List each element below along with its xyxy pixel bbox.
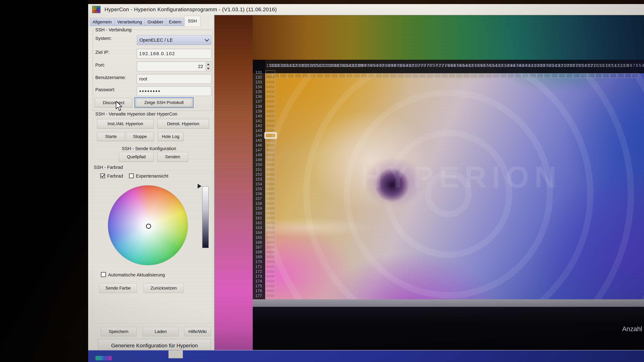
- led-row: 137: [253, 99, 275, 104]
- tab-ssh[interactable]: SSH: [184, 16, 200, 26]
- zeige-ssh-protokoll-button[interactable]: Zeige SSH Protokoll: [134, 97, 194, 108]
- expertenansicht-checkbox[interactable]: [129, 174, 134, 178]
- tab-extern[interactable]: Extern: [166, 18, 184, 26]
- led-number-label: 69: [448, 63, 451, 68]
- led-cell: [610, 73, 617, 78]
- check-icon: [101, 174, 104, 177]
- color-wheel-selector[interactable]: [146, 224, 151, 229]
- senden-button[interactable]: Senden: [157, 152, 188, 162]
- window-title: HyperCon - Hyperion Konfigurationsprogra…: [104, 6, 277, 12]
- led-number-label: 34: [552, 63, 555, 68]
- automatische-aktualisierung-checkbox[interactable]: [101, 272, 106, 277]
- speichern-button[interactable]: Speichern: [100, 327, 136, 336]
- led-number-label: 99: [358, 63, 362, 68]
- led-number-label: 52: [498, 63, 502, 68]
- led-cell: [266, 143, 275, 147]
- led-number-label: 124: [284, 63, 287, 68]
- preview-footer: Anzahl: [253, 307, 644, 350]
- sende-konfiguration-title: SSH - Sende Konfiguration: [112, 146, 186, 151]
- led-cell: [266, 153, 275, 157]
- led-cell: [338, 73, 346, 78]
- hypercon-taskbar-icon[interactable]: [96, 356, 112, 360]
- led-number-label: 97: [364, 63, 368, 68]
- sende-farbe-button[interactable]: Sende Farbe: [99, 283, 137, 293]
- benutzername-label: Benutzername:: [95, 75, 126, 80]
- starte-button[interactable]: Starte: [97, 132, 125, 141]
- tab-grabber[interactable]: Grabber: [145, 18, 166, 26]
- led-cell: [266, 240, 275, 244]
- led-cell: [266, 211, 275, 215]
- stoppe-button[interactable]: Stoppe: [126, 132, 154, 141]
- led-number-label: 79: [418, 63, 421, 68]
- led-number-label: 31: [561, 63, 564, 68]
- zuruecksetzen-button[interactable]: Zurücksetzen: [144, 283, 184, 293]
- system-select[interactable]: OpenELEC / LE: [137, 35, 212, 45]
- led-number-label: 10: [624, 63, 626, 68]
- led-row: 167: [253, 245, 275, 249]
- inst-akt-hyperion-button[interactable]: Inst./Akt. Hyperion: [97, 119, 154, 129]
- led-number-label: 105: [340, 63, 344, 68]
- led-number-label: 68: [451, 63, 454, 68]
- led-cell: [324, 73, 331, 78]
- disconnect-button[interactable]: Disconnect: [95, 98, 132, 108]
- laden-button[interactable]: Laden: [143, 327, 179, 336]
- hole-log-button[interactable]: Hole Log: [158, 132, 183, 141]
- benutzername-input[interactable]: root: [137, 74, 212, 84]
- led-number-label: 26: [576, 63, 579, 68]
- led-row: 148: [253, 153, 275, 157]
- led-number-label: 51: [502, 63, 504, 68]
- led-cell: [368, 73, 375, 78]
- led-number-label: 110: [326, 63, 329, 68]
- led-number-label: 29: [567, 63, 570, 68]
- farbrad-group-title: SSH - Farbrad: [94, 165, 123, 170]
- led-row: 171: [253, 264, 275, 269]
- tab-verarbeitung[interactable]: Verarbeitung: [114, 18, 145, 26]
- led-cell: [426, 73, 434, 78]
- led-number-label: 28: [570, 63, 573, 68]
- led-cell: [551, 73, 558, 78]
- anzahl-label: Anzahl: [622, 325, 642, 333]
- led-row: 153: [253, 177, 275, 181]
- passwort-value: ●●●●●●●●: [139, 89, 161, 93]
- led-number-label: 137: [253, 99, 264, 104]
- tab-strip: Allgemein Verarbeitung Grabber Extern SS…: [90, 15, 200, 26]
- farbrad-checkbox-label: Farbrad: [107, 174, 123, 179]
- led-row: 176: [253, 289, 275, 293]
- led-row: 174: [253, 279, 275, 283]
- verbindung-group-title: SSH - Verbindung: [94, 27, 133, 32]
- led-cell: [266, 104, 275, 108]
- tab-allgemein[interactable]: Allgemein: [90, 18, 114, 26]
- led-number-label: 174: [253, 279, 264, 284]
- led-number-label: 38: [540, 63, 543, 68]
- led-number-label: 88: [391, 63, 394, 68]
- deinst-hyperion-button[interactable]: Deinst. Hyperion: [157, 119, 209, 129]
- spin-down-icon[interactable]: [206, 66, 211, 71]
- quellpfad-button[interactable]: Quellpfad: [119, 152, 154, 162]
- led-number-label: 145: [253, 138, 264, 143]
- led-number-label: 5: [638, 63, 642, 68]
- led-cell: [353, 73, 360, 78]
- led-row: 133: [253, 80, 275, 84]
- spin-up-icon[interactable]: [206, 62, 211, 66]
- led-number-label: 157: [253, 196, 264, 201]
- farbrad-checkbox[interactable]: [100, 174, 105, 178]
- port-input[interactable]: 22: [137, 61, 212, 71]
- led-number-label: 169: [253, 254, 264, 259]
- taskbar[interactable]: [88, 350, 644, 362]
- led-row: 158: [253, 201, 275, 206]
- led-cell: [456, 73, 463, 78]
- hilfe-wiki-button[interactable]: Hilfe/Wiki: [184, 327, 211, 336]
- ziel-ip-label: Ziel IP:: [95, 50, 109, 55]
- led-number-label: 132: [253, 75, 264, 80]
- led-number-label: 123: [287, 63, 290, 68]
- led-number-label: 8: [630, 63, 632, 68]
- passwort-input[interactable]: ●●●●●●●●: [137, 86, 212, 96]
- port-spinner[interactable]: [206, 62, 211, 71]
- led-cell: [266, 168, 275, 171]
- led-number-label: 64: [463, 63, 466, 68]
- led-cell: [266, 245, 275, 249]
- led-number-label: 121: [293, 63, 296, 68]
- value-slider[interactable]: [202, 186, 209, 248]
- ziel-ip-input[interactable]: 192.168.0.102: [137, 49, 212, 58]
- slider-handle-icon[interactable]: [198, 184, 202, 188]
